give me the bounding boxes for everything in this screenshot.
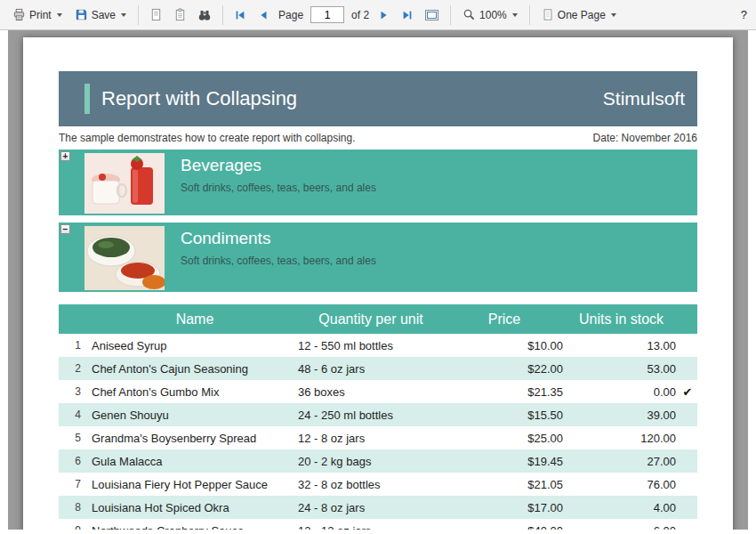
save-icon [75,8,88,21]
row-name: Aniseed Syrup [92,339,298,352]
row-name: Northwoods Cranberry Sauce [92,524,298,530]
report-description: The sample demonstrates how to create re… [59,132,356,145]
table-header-row: Name Quantity per unit Price Units in st… [59,304,697,334]
row-price: $25.00 [444,432,565,445]
first-page-icon [234,9,246,21]
row-num: 4 [59,409,92,421]
category-description: Soft drinks, coffees, teas, beers, and a… [181,182,376,194]
row-price: $22.00 [444,362,565,376]
row-qty: 24 - 250 ml bottles [298,409,444,422]
report-date: Date: November 2016 [593,132,697,145]
row-price: $19.45 [444,455,565,468]
category-text: Beverages Soft drinks, coffees, teas, be… [181,156,376,194]
next-page-button[interactable] [374,4,395,26]
row-qty: 12 - 550 ml bottles [298,339,444,352]
column-header-name: Name [92,312,298,328]
collapse-toggle-beverages[interactable]: + [60,151,70,161]
chevron-down-icon [611,13,616,17]
row-qty: 36 boxes [298,385,444,399]
row-price: $15.50 [444,409,565,422]
table-row: 6 Gula Malacca 20 - 2 kg bags $19.45 27.… [59,449,697,473]
row-qty: 32 - 8 oz bottles [298,478,444,491]
row-num: 6 [59,455,92,467]
row-qty: 12 - 12 oz jars [298,524,444,530]
view-mode-label: One Page [558,9,606,21]
row-num: 8 [59,501,92,514]
category-text: Condiments Soft drinks, coffees, teas, b… [181,229,376,267]
row-name: Louisiana Hot Spiced Okra [92,501,298,514]
row-stock: 76.00 [565,478,678,491]
row-stock: 120.00 [565,432,678,445]
category-title: Beverages [181,156,376,175]
save-button[interactable]: Save [69,4,132,25]
one-page-icon [542,8,554,21]
chevron-down-icon [512,13,518,17]
table-row: 9 Northwoods Cranberry Sauce 12 - 12 oz … [59,519,697,530]
condiments-image [84,226,165,290]
page-number-input[interactable] [310,6,344,23]
row-price: $10.00 [444,339,565,352]
last-page-button[interactable] [397,4,418,26]
row-num: 2 [59,362,92,375]
table-row: 2 Chef Anton's Cajun Seasoning 48 - 6 oz… [59,357,697,380]
first-page-button[interactable] [229,4,251,26]
row-stock: 39.00 [565,409,678,422]
zoom-dropdown[interactable]: 100% [457,4,523,25]
previous-page-button[interactable] [253,4,274,26]
row-num: 5 [59,432,92,444]
page-label: Page [278,9,303,21]
row-stock: 53.00 [565,362,678,376]
page-count-label: of 2 [351,9,369,21]
category-title: Condiments [181,229,376,248]
row-stock: 6.00 [565,524,678,530]
zoom-magnifier-icon [462,8,476,21]
row-qty: 20 - 2 kg bags [298,455,444,468]
brand-name: Stimulsoft [603,88,685,109]
row-name: Gula Malacca [92,455,298,468]
category-band-beverages: + Beverages Soft drinks, coffees, teas, … [59,150,697,215]
fullscreen-icon [424,8,439,22]
table-row: 5 Grandma's Boysenberry Spread 12 - 8 oz… [59,426,697,449]
previous-page-icon [257,9,269,21]
column-header-quantity: Quantity per unit [298,312,444,328]
row-qty: 48 - 6 oz jars [298,362,444,376]
row-price: $21.35 [444,385,565,399]
row-num: 7 [59,478,92,490]
viewer-scroll-area[interactable]: Report with Collapsing Stimulsoft The sa… [8,30,748,530]
collapse-toggle-condiments[interactable]: − [60,224,70,234]
row-name: Grandma's Boysenberry Spread [92,432,298,445]
row-num: 1 [59,339,92,352]
bookmarks-panel-icon [149,8,163,21]
row-stock: 27.00 [565,455,678,468]
toolbar-separator [222,5,223,25]
column-header-stock: Units in stock [565,312,678,328]
report-table-body: 1 Aniseed Syrup 12 - 550 ml bottles $10.… [59,334,697,530]
row-stock: 4.00 [565,501,678,514]
print-button[interactable]: Print [7,4,68,25]
table-row: 8 Louisiana Hot Spiced Okra 24 - 8 oz ja… [59,496,697,519]
row-price: $17.00 [444,501,565,514]
table-row: 3 Chef Anton's Gumbo Mix 36 boxes $21.35… [59,380,697,403]
fullscreen-button[interactable] [420,4,444,26]
table-row: 7 Louisiana Fiery Hot Pepper Sauce 32 - … [59,473,697,496]
check-icon: ✔ [678,385,697,399]
row-qty: 24 - 8 oz jars [298,501,444,514]
parameters-panel-button[interactable] [169,4,191,25]
toolbar: Print Save [0,0,756,30]
row-price: $40.00 [444,524,565,530]
next-page-icon [378,9,390,21]
save-label: Save [92,9,116,21]
print-label: Print [29,9,52,21]
last-page-icon [401,9,414,21]
view-mode-dropdown[interactable]: One Page [536,4,622,25]
chevron-down-icon [57,13,62,17]
find-button[interactable] [193,4,216,26]
row-name: Genen Shouyu [92,409,298,422]
column-header-price: Price [444,312,565,328]
row-name: Chef Anton's Cajun Seasoning [92,362,298,376]
help-button[interactable]: ? [741,8,747,21]
bookmarks-panel-button[interactable] [145,4,167,25]
table-row: 1 Aniseed Syrup 12 - 550 ml bottles $10.… [59,334,697,357]
beverages-image [84,153,165,214]
report-title-band: Report with Collapsing Stimulsoft [59,71,697,126]
